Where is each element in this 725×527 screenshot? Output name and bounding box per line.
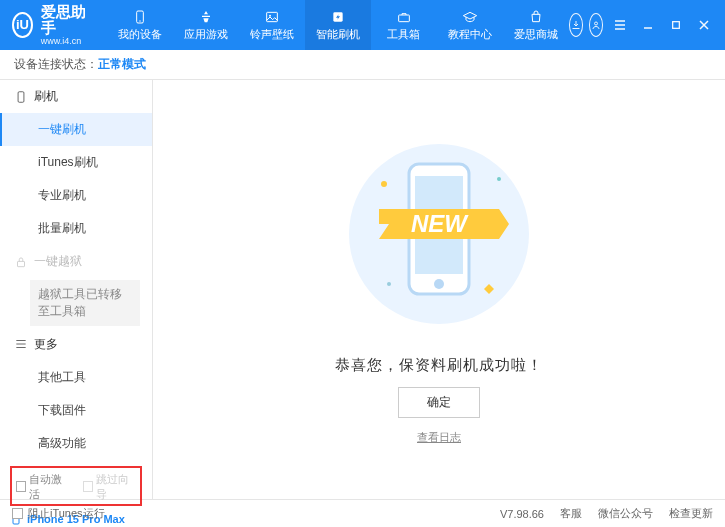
nav-label: 铃声壁纸	[250, 27, 294, 42]
menu-button[interactable]	[611, 16, 629, 34]
sidebar-item-one-click-flash[interactable]: 一键刷机	[0, 113, 152, 146]
download-icon	[570, 19, 582, 31]
section-label: 更多	[34, 336, 58, 353]
sidebar-section-more[interactable]: 更多	[0, 328, 152, 361]
maximize-icon	[671, 20, 681, 30]
download-button[interactable]	[569, 13, 583, 37]
nav-label: 智能刷机	[316, 27, 360, 42]
status-mode: 正常模式	[98, 56, 146, 73]
sidebar-section-jailbreak: 一键越狱	[0, 245, 152, 278]
highlight-box: 自动激活 跳过向导	[10, 466, 142, 506]
sidebar-section-flash[interactable]: 刷机	[0, 80, 152, 113]
section-label: 一键越狱	[34, 253, 82, 270]
nav-shop[interactable]: 爱思商城	[503, 0, 569, 50]
toolbox-icon	[396, 9, 412, 25]
nav-label: 工具箱	[387, 27, 420, 42]
maximize-button[interactable]	[667, 16, 685, 34]
sidebar-item-batch-flash[interactable]: 批量刷机	[0, 212, 152, 245]
status-prefix: 设备连接状态：	[14, 56, 98, 73]
list-icon	[14, 337, 28, 351]
main-content: NEW 恭喜您，保资料刷机成功啦！ 确定 查看日志	[153, 80, 725, 499]
top-nav: 我的设备 应用游戏 铃声壁纸 智能刷机 工具箱 教程中心 爱思商城	[107, 0, 569, 50]
user-button[interactable]	[589, 13, 603, 37]
footer-wechat[interactable]: 微信公众号	[598, 506, 653, 521]
phone-icon	[14, 90, 28, 104]
checkbox-skip-guide[interactable]	[83, 481, 93, 492]
svg-rect-7	[673, 22, 680, 29]
svg-text:NEW: NEW	[411, 210, 469, 237]
sidebar-item-advanced[interactable]: 高级功能	[0, 427, 152, 460]
phone-icon	[132, 9, 148, 25]
menu-icon	[614, 19, 626, 31]
svg-point-1	[139, 20, 140, 21]
sidebar: 刷机 一键刷机 iTunes刷机 专业刷机 批量刷机 一键越狱 越狱工具已转移至…	[0, 80, 153, 499]
close-button[interactable]	[695, 16, 713, 34]
sidebar-item-download-firmware[interactable]: 下载固件	[0, 394, 152, 427]
sidebar-item-pro-flash[interactable]: 专业刷机	[0, 179, 152, 212]
flash-icon	[330, 9, 346, 25]
sidebar-item-other-tools[interactable]: 其他工具	[0, 361, 152, 394]
nav-smart-flash[interactable]: 智能刷机	[305, 0, 371, 50]
version-label: V7.98.66	[500, 508, 544, 520]
user-icon	[590, 19, 602, 31]
app-name: 爱思助手	[41, 4, 87, 37]
svg-point-19	[387, 282, 391, 286]
svg-rect-5	[398, 15, 409, 22]
skip-guide-label: 跳过向导	[96, 472, 136, 502]
svg-rect-8	[18, 91, 24, 102]
svg-point-14	[434, 279, 444, 289]
image-icon	[264, 9, 280, 25]
svg-point-17	[381, 181, 387, 187]
nav-label: 我的设备	[118, 27, 162, 42]
titlebar: iU 爱思助手 www.i4.cn 我的设备 应用游戏 铃声壁纸 智能刷机 工具…	[0, 0, 725, 50]
nav-apps-games[interactable]: 应用游戏	[173, 0, 239, 50]
svg-point-18	[497, 177, 501, 181]
view-log-link[interactable]: 查看日志	[417, 430, 461, 445]
block-itunes-label: 阻止iTunes运行	[28, 506, 105, 521]
svg-rect-2	[266, 12, 277, 21]
logo-icon: iU	[12, 12, 33, 38]
footer-service[interactable]: 客服	[560, 506, 582, 521]
nav-ringtone-wallpaper[interactable]: 铃声壁纸	[239, 0, 305, 50]
graduation-icon	[462, 9, 478, 25]
apps-icon	[198, 9, 214, 25]
window-controls	[611, 16, 713, 34]
minimize-button[interactable]	[639, 16, 657, 34]
nav-label: 应用游戏	[184, 27, 228, 42]
sidebar-jailbreak-note: 越狱工具已转移至工具箱	[30, 280, 140, 326]
sidebar-item-itunes-flash[interactable]: iTunes刷机	[0, 146, 152, 179]
nav-my-device[interactable]: 我的设备	[107, 0, 173, 50]
ok-button[interactable]: 确定	[398, 387, 480, 418]
shop-icon	[528, 9, 544, 25]
connection-status-bar: 设备连接状态： 正常模式	[0, 50, 725, 80]
lock-icon	[14, 255, 28, 269]
minimize-icon	[642, 19, 654, 31]
close-icon	[698, 19, 710, 31]
app-logo: iU 爱思助手 www.i4.cn	[12, 4, 87, 47]
section-label: 刷机	[34, 88, 58, 105]
nav-toolbox[interactable]: 工具箱	[371, 0, 437, 50]
svg-rect-9	[18, 261, 25, 266]
app-url: www.i4.cn	[41, 37, 87, 47]
svg-point-6	[594, 22, 597, 25]
checkbox-block-itunes[interactable]	[12, 508, 23, 519]
footer-check-update[interactable]: 检查更新	[669, 506, 713, 521]
auto-activate-label: 自动激活	[29, 472, 69, 502]
success-message: 恭喜您，保资料刷机成功啦！	[335, 356, 543, 375]
nav-label: 教程中心	[448, 27, 492, 42]
nav-label: 爱思商城	[514, 27, 558, 42]
checkbox-auto-activate[interactable]	[16, 481, 26, 492]
nav-tutorials[interactable]: 教程中心	[437, 0, 503, 50]
success-illustration: NEW	[339, 134, 539, 344]
